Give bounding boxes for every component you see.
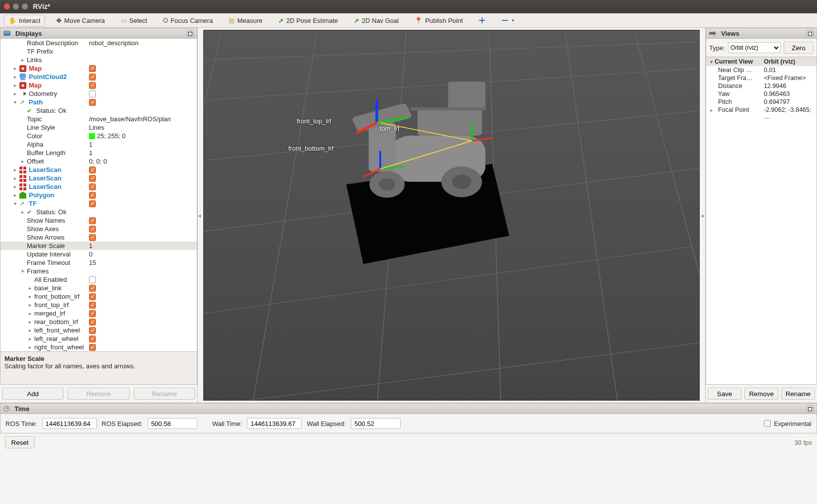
display-row[interactable]: ▸Odometry (0, 89, 197, 98)
ros-time-input[interactable] (42, 418, 97, 429)
view-property-row[interactable]: Pitch0.694797 (706, 98, 817, 106)
views-panel-header[interactable]: Views ◻ (706, 28, 817, 39)
rename-display-button[interactable]: Rename (134, 388, 195, 400)
zero-button[interactable]: Zero (784, 42, 814, 54)
display-row[interactable]: ▸PointCloud2 (0, 73, 197, 81)
wall-elapsed-input[interactable] (351, 418, 401, 429)
display-row[interactable]: ▸LaserScan (0, 166, 197, 174)
view-property-row[interactable]: Yaw0.965463 (706, 90, 817, 98)
display-row[interactable]: ▸LaserScan (0, 182, 197, 191)
time-reset-button[interactable]: Reset (5, 436, 35, 448)
displays-panel-header[interactable]: Displays ◻ (0, 28, 197, 39)
views-save-button[interactable]: Save (708, 388, 741, 400)
row-checkbox[interactable] (89, 82, 96, 89)
row-checkbox[interactable] (89, 344, 96, 351)
display-row[interactable]: ▸Map (0, 64, 197, 73)
focus-camera-tool-button[interactable]: Focus Camera (159, 15, 217, 26)
row-checkbox[interactable] (89, 293, 96, 300)
display-row[interactable]: ▸front_bottom_lrf (0, 292, 197, 301)
publish-point-tool-button[interactable]: 📍 Publish Point (410, 15, 467, 26)
display-row[interactable]: ▸Links (0, 56, 197, 64)
display-row[interactable]: Update Interval0 (0, 250, 197, 258)
row-checkbox[interactable] (89, 327, 96, 334)
experimental-toggle[interactable]: Experimental (764, 420, 812, 427)
views-rename-button[interactable]: Rename (781, 388, 815, 400)
display-row[interactable]: Buffer Length1 (0, 149, 197, 157)
window-close-button[interactable] (4, 3, 10, 9)
display-row[interactable]: Frame Timeout15 (0, 258, 197, 267)
display-row[interactable]: ▸✔Status: Ok (0, 208, 197, 216)
time-panel-header[interactable]: Time ◻ (0, 403, 817, 414)
display-row[interactable]: Color25; 255; 0 (0, 132, 197, 140)
display-row[interactable]: ▸front_top_lrf (0, 301, 197, 309)
display-row[interactable]: ▸LaserScan (0, 174, 197, 182)
pose-estimate-tool-button[interactable]: ➚ 2D Pose Estimate (274, 15, 342, 26)
row-checkbox[interactable] (89, 200, 96, 207)
row-checkbox[interactable] (89, 217, 96, 224)
row-checkbox[interactable] (89, 226, 96, 233)
display-row[interactable]: ▸left_front_wheel (0, 326, 197, 335)
view-property-row[interactable]: Near Clip …0.01 (706, 66, 817, 74)
nav-goal-tool-button[interactable]: ➚ 2D Nav Goal (349, 15, 403, 26)
row-checkbox[interactable] (89, 65, 96, 72)
add-display-button[interactable]: Add (2, 388, 64, 400)
display-row[interactable]: ▸rear_bottom_lrf (0, 318, 197, 326)
measure-tool-button[interactable]: ▤ Measure (224, 15, 267, 26)
wall-time-input[interactable] (247, 418, 302, 429)
row-checkbox[interactable] (89, 183, 96, 190)
move-camera-tool-button[interactable]: ✥ Move Camera (52, 15, 109, 26)
row-checkbox[interactable] (89, 175, 96, 182)
display-row[interactable]: ▸left_rear_wheel (0, 335, 197, 343)
display-row[interactable]: Topic/move_base/NavfnROS/plan (0, 115, 197, 123)
toolbar-plus-button[interactable] (474, 15, 490, 26)
views-close-button[interactable]: ◻ (807, 30, 814, 37)
interact-tool-button[interactable]: ✋ Interact (4, 15, 45, 26)
display-row[interactable]: Show Names (0, 216, 197, 225)
row-checkbox[interactable] (89, 234, 96, 241)
display-row[interactable]: ▾↗TF (0, 199, 197, 208)
window-minimize-button[interactable] (13, 3, 19, 9)
render-view[interactable]: front_top_lrf tom_lrf front_bottom_lrf (203, 30, 700, 401)
display-row[interactable]: Marker Scale1 (0, 242, 197, 250)
display-row[interactable]: ▾↗Path (0, 98, 197, 106)
row-checkbox[interactable] (89, 90, 96, 97)
display-row[interactable]: ▸merged_lrf (0, 309, 197, 318)
displays-close-button[interactable]: ◻ (187, 30, 194, 37)
display-row[interactable]: Show Arrows (0, 233, 197, 242)
display-row[interactable]: ✔Status: Ok (0, 106, 197, 115)
row-checkbox[interactable] (89, 167, 96, 173)
display-row[interactable]: ▸Polygon (0, 191, 197, 199)
display-row[interactable]: Show Axes (0, 225, 197, 233)
view-property-row[interactable]: Distance12.9946 (706, 82, 817, 90)
display-row[interactable]: Robot Descriptionrobot_description (0, 39, 197, 47)
row-checkbox[interactable] (89, 192, 96, 199)
row-checkbox[interactable] (89, 310, 96, 317)
window-maximize-button[interactable] (22, 3, 28, 9)
displays-tree[interactable]: Robot Descriptionrobot_descriptionTF Pre… (0, 39, 197, 351)
row-checkbox[interactable] (89, 302, 96, 309)
right-splitter[interactable]: ▸ (702, 28, 705, 403)
display-row[interactable]: ▸right_front_wheel (0, 343, 197, 351)
view-property-row[interactable]: Target Fra…<Fixed Frame> (706, 74, 817, 82)
views-remove-button[interactable]: Remove (744, 388, 778, 400)
display-row[interactable]: Line StyleLines (0, 123, 197, 132)
experimental-checkbox[interactable] (764, 420, 771, 427)
row-checkbox[interactable] (89, 99, 96, 106)
remove-display-button[interactable]: Remove (68, 388, 129, 400)
display-row[interactable]: ▾Frames (0, 267, 197, 275)
display-row[interactable]: All Enabled (0, 275, 197, 284)
ros-elapsed-input[interactable] (148, 418, 197, 429)
row-checkbox[interactable] (89, 276, 96, 283)
display-row[interactable]: ▸base_link (0, 284, 197, 292)
select-tool-button[interactable]: ▭ Select (116, 15, 152, 26)
time-close-button[interactable]: ◻ (807, 405, 814, 412)
row-checkbox[interactable] (89, 336, 96, 342)
display-row[interactable]: Alpha1 (0, 140, 197, 149)
row-checkbox[interactable] (89, 285, 96, 292)
view-property-row[interactable]: ▸ Focal Point-2.9062; -3.8465; … (706, 106, 817, 121)
views-tree[interactable]: ▾Current View Orbit (rviz) Near Clip …0.… (706, 57, 817, 385)
row-checkbox[interactable] (89, 74, 96, 81)
display-row[interactable]: ▸Map (0, 81, 197, 89)
toolbar-minus-dropdown[interactable] (497, 15, 519, 26)
display-row[interactable]: TF Prefix (0, 47, 197, 56)
